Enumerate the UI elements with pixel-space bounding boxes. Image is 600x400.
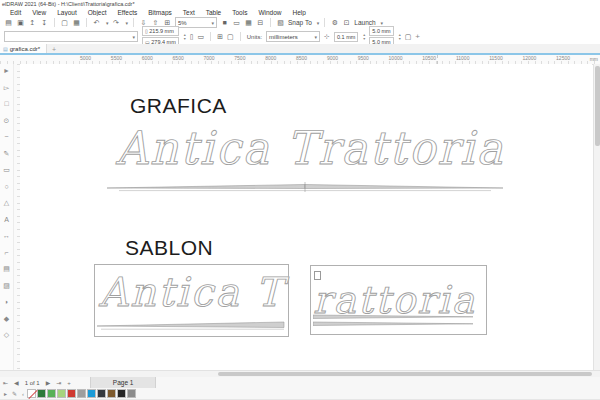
menu-help[interactable]: Help — [293, 9, 306, 16]
pick-tool[interactable]: ► — [3, 67, 10, 74]
polygon-tool[interactable]: △ — [4, 199, 9, 206]
launch-icon[interactable]: ⊡ — [342, 17, 351, 28]
last-page-icon[interactable]: ⇥ — [53, 379, 64, 386]
stencil-right-rect[interactable]: rattoria — [310, 265, 487, 335]
document-tab-grafica[interactable]: ▤ grafica.cdr* — [0, 44, 47, 53]
menu-layout[interactable]: Layout — [57, 9, 77, 16]
fill-tool[interactable]: ◆ — [4, 315, 9, 322]
units-select[interactable]: millimeters ▾ — [266, 31, 320, 42]
copy-icon[interactable]: ▢ — [60, 17, 69, 28]
all-pages-button[interactable]: ⊞ — [217, 33, 223, 41]
options-gear-icon[interactable]: ⚙ — [330, 17, 339, 28]
rectangle-tool[interactable]: ▭ — [3, 166, 10, 173]
zoom-tool[interactable]: ⊙ — [4, 117, 10, 124]
orientation-portrait-button[interactable]: ▯ — [190, 33, 194, 41]
snap-to-caret-icon[interactable]: ▾ — [317, 20, 320, 26]
vertical-scrollbar[interactable] — [593, 64, 600, 370]
add-page-button[interactable]: + — [64, 380, 74, 386]
show-grid-icon[interactable]: ▦ — [244, 17, 253, 28]
page-width-field[interactable]: ▯ 215.9 mm — [142, 26, 179, 36]
text-tool[interactable]: A — [4, 216, 9, 223]
no-color-swatch[interactable] — [27, 389, 36, 398]
preview-icon[interactable]: ▧ — [276, 17, 285, 28]
nudge-field[interactable]: 0.1 mm — [334, 32, 358, 42]
orientation-landscape-button[interactable]: ▭ — [198, 33, 205, 41]
undo-icon[interactable]: ↶ — [92, 17, 101, 28]
duplicate-x-field[interactable]: 5.0 mm — [369, 26, 393, 36]
logo-swoosh-underline[interactable] — [105, 182, 505, 194]
shape-tool[interactable]: ▻ — [4, 84, 9, 91]
stencil-left-swoosh[interactable] — [95, 320, 286, 332]
redo-caret-icon[interactable]: ▾ — [126, 20, 129, 26]
eyedropper-tool[interactable]: ◗ — [4, 298, 8, 305]
redo-icon[interactable]: ↷ — [112, 17, 121, 28]
palette-prev-icon[interactable]: ‹ — [20, 391, 26, 397]
vertical-scrollbar-thumb[interactable] — [595, 66, 600, 146]
menu-edit[interactable]: Edit — [10, 9, 21, 16]
drawing-canvas[interactable]: GRAFICA Antica Trattoria SABLON Antica T… — [20, 64, 592, 370]
launch-caret-icon[interactable]: ▾ — [381, 20, 384, 26]
menu-bitmaps[interactable]: Bitmaps — [148, 9, 171, 16]
palette-eyedropper-icon[interactable]: ✎ — [10, 390, 19, 397]
launch-button[interactable]: Launch — [354, 19, 375, 26]
fullscreen-icon[interactable]: ■ — [220, 17, 229, 28]
crop-tool[interactable]: □ — [4, 100, 8, 107]
artistic-media-tool[interactable]: ✎ — [4, 150, 10, 157]
page-size-stepper[interactable]: ▴ ▾ — [184, 33, 186, 41]
color-swatch[interactable] — [127, 389, 136, 398]
color-swatch[interactable] — [47, 389, 56, 398]
page-preset-select[interactable]: ▾ — [4, 31, 138, 42]
ellipse-tool[interactable]: ○ — [4, 183, 8, 190]
antica-trattoria-logo-text[interactable]: Antica Trattoria — [116, 121, 505, 174]
nudge-stepper[interactable]: ▴ ▾ — [363, 33, 365, 41]
upload-icon[interactable]: ↥ — [28, 17, 37, 28]
current-page-button[interactable]: ▢ — [227, 33, 234, 41]
color-swatch[interactable] — [87, 389, 96, 398]
color-swatch[interactable] — [117, 389, 126, 398]
color-swatch[interactable] — [107, 389, 116, 398]
stepper-down-icon[interactable]: ▾ — [184, 37, 186, 41]
menu-table[interactable]: Table — [206, 9, 222, 16]
new-document-tab-button[interactable]: + — [47, 46, 61, 53]
color-swatch[interactable] — [97, 389, 106, 398]
page-tab[interactable]: Page 1 — [90, 377, 157, 388]
undo-caret-icon[interactable]: ▾ — [106, 20, 109, 26]
stencil-left-rect[interactable]: Antica T — [94, 264, 289, 337]
color-swatch[interactable] — [57, 389, 66, 398]
color-swatch[interactable] — [37, 389, 46, 398]
paste-icon[interactable]: ▦ — [72, 17, 81, 28]
connector-tool[interactable]: ⌐ — [4, 249, 8, 256]
add-property-button[interactable]: + — [415, 32, 420, 41]
stencil-right-swooshes[interactable] — [313, 314, 483, 328]
horizontal-scrollbar[interactable] — [0, 370, 600, 377]
next-page-icon[interactable]: ▶ — [43, 379, 54, 386]
show-guides-icon[interactable]: ⊟ — [256, 17, 265, 28]
shadow-tool[interactable]: ▤ — [3, 265, 10, 272]
freehand-tool[interactable]: ~ — [4, 133, 8, 140]
duplicate-stepper[interactable]: ▴ ▾ — [399, 33, 401, 41]
download-icon[interactable]: ↧ — [40, 17, 49, 28]
menu-window[interactable]: Window — [258, 9, 281, 16]
grafica-heading[interactable]: GRAFICA — [130, 94, 227, 118]
snap-to-button[interactable]: Snap To — [288, 19, 312, 26]
previous-page-icon[interactable]: ◀ — [11, 379, 22, 386]
color-swatch[interactable] — [67, 389, 76, 398]
menu-tools[interactable]: Tools — [232, 9, 247, 16]
color-swatch[interactable] — [77, 389, 86, 398]
stencil-left-text[interactable]: Antica T — [99, 269, 284, 315]
horizontal-scrollbar-thumb[interactable] — [218, 372, 592, 376]
outline-tool[interactable]: ◇ — [4, 331, 9, 338]
zoom-level-select[interactable]: 5% ▾ — [175, 17, 217, 28]
show-rulers-icon[interactable]: ▭ — [232, 17, 241, 28]
transparency-tool[interactable]: ▨ — [3, 282, 10, 289]
menu-view[interactable]: View — [32, 9, 46, 16]
sablon-heading[interactable]: SABLON — [125, 236, 213, 260]
stepper-down-icon[interactable]: ▾ — [363, 37, 365, 41]
stepper-down-icon[interactable]: ▾ — [399, 37, 401, 41]
dimension-tool[interactable]: ↔ — [3, 232, 10, 239]
first-page-icon[interactable]: ⇤ — [0, 379, 11, 386]
treat-as-filled-button[interactable]: ▢ — [405, 33, 412, 41]
menu-text[interactable]: Text — [183, 9, 195, 16]
menu-effects[interactable]: Effects — [118, 9, 138, 16]
palette-scroll-icon[interactable]: ▸ — [2, 390, 9, 397]
